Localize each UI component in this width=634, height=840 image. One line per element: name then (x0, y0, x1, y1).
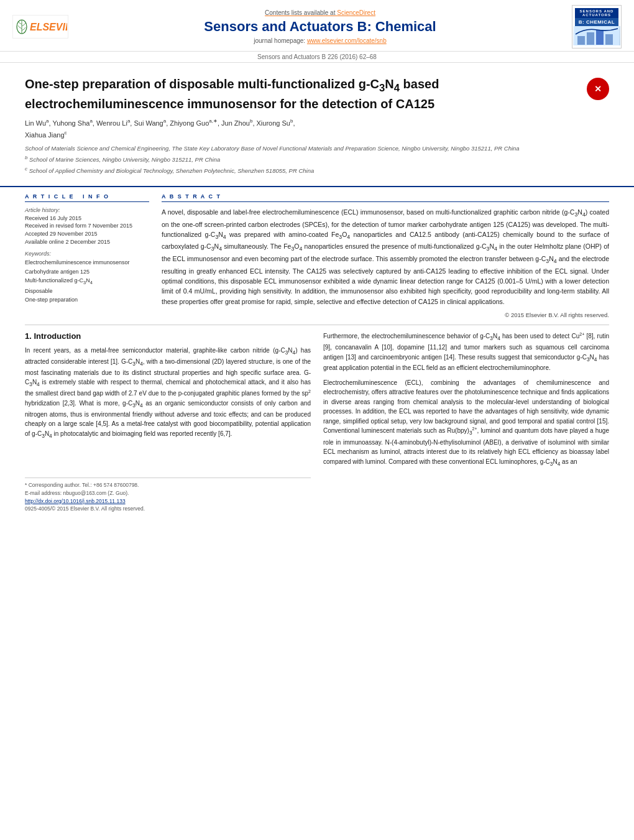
keyword-2: Carbohydrate antigen 125 (25, 267, 149, 276)
elsevier-logo: ELSEVIER (12, 15, 68, 39)
article-title-section: One-step preparation of disposable multi… (25, 75, 581, 144)
accepted-date: Accepted 29 November 2015 (25, 230, 149, 238)
svg-rect-4 (577, 36, 585, 45)
sciencedirect-text[interactable]: ScienceDirect (337, 9, 375, 16)
journal-homepage: journal homepage: www.elsevier.com/locat… (68, 37, 572, 44)
introduction-heading: 1. Introduction (25, 331, 311, 341)
received-date: Received 16 July 2015 (25, 215, 149, 223)
issn-text: 0925-4005/© 2015 Elsevier B.V. All right… (25, 505, 311, 512)
article-history-label: Article history: (25, 207, 149, 213)
corresponding-author: * Corresponding author. Tel.: +86 574 87… (25, 482, 311, 488)
article-info-abstract-section: A R T I C L E I N F O Article history: R… (0, 187, 634, 325)
crossmark-badge: ✕ (587, 78, 609, 100)
intro-paragraph-1: In recent years, as a metal-free semicon… (25, 346, 311, 440)
abstract-text: A novel, disposable and label-free elect… (162, 207, 609, 307)
svg-rect-7 (605, 34, 613, 45)
sciencedirect-prefix: Contents lists available at (265, 9, 337, 16)
introduction-left: 1. Introduction In recent years, as a me… (25, 331, 311, 512)
keyword-5: One-step preparation (25, 295, 149, 304)
affiliations: School of Materials Science and Chemical… (25, 144, 609, 176)
sensors-logo-image (574, 26, 619, 45)
journal-ref-text: Sensors and Actuators B 226 (2016) 62–68 (257, 53, 377, 60)
keywords-section: Keywords: Electrochemiluminescence immun… (25, 251, 149, 304)
sensors-logo-header: SENSORS ANDACTUATORS (575, 8, 618, 18)
copyright-text: © 2015 Elsevier B.V. All rights reserved… (162, 312, 609, 318)
article-title: One-step preparation of disposable multi… (25, 75, 581, 113)
journal-title-section: Contents lists available at ScienceDirec… (68, 9, 572, 44)
svg-rect-5 (587, 32, 594, 45)
intro-paragraph-2: Furthermore, the electrochemiluminescenc… (323, 331, 609, 373)
journal-title: Sensors and Actuators B: Chemical (68, 19, 572, 35)
journal-homepage-url[interactable]: www.elsevier.com/locate/snb (307, 37, 387, 44)
intro-paragraph-3: Electrochemiluminescence (ECL), combinin… (323, 378, 609, 468)
journal-reference: Sensors and Actuators B 226 (2016) 62–68 (0, 52, 634, 63)
article-authors: Lin Wua, Yuhong Shaa, Wenrou Lia, Sui Wa… (25, 118, 581, 141)
sciencedirect-link[interactable]: Contents lists available at ScienceDirec… (68, 9, 572, 16)
sensors-actuators-logo: SENSORS ANDACTUATORS B: CHEMICAL (572, 5, 622, 48)
affiliation-a: School of Materials Science and Chemical… (25, 144, 609, 153)
revised-date: Received in revised form 7 November 2015 (25, 222, 149, 230)
svg-text:ELSEVIER: ELSEVIER (30, 22, 67, 32)
elsevier-logo-svg: ELSEVIER (14, 17, 67, 37)
abstract-title: A B S T R A C T (162, 193, 609, 202)
abstract-panel: A B S T R A C T A novel, disposable and … (162, 193, 609, 318)
keywords-label: Keywords: (25, 251, 149, 257)
keyword-4: Disposable (25, 287, 149, 295)
introduction-right: Furthermore, the electrochemiluminescenc… (323, 331, 609, 512)
svg-rect-6 (596, 30, 604, 45)
article-history: Article history: Received 16 July 2015 R… (25, 207, 149, 246)
journal-header: ELSEVIER Contents lists available at Sci… (0, 0, 634, 52)
keyword-3: Multi-functionalized g-C3N4 (25, 276, 149, 287)
body-content: 1. Introduction In recent years, as a me… (0, 325, 634, 518)
affiliation-c: c School of Applied Chemistry and Biolog… (25, 165, 609, 175)
keyword-1: Electrochemiluminescence immunosensor (25, 258, 149, 267)
article-info-title: A R T I C L E I N F O (25, 193, 149, 202)
footnote-section: * Corresponding author. Tel.: +86 574 87… (25, 478, 311, 496)
affiliation-b: b School of Marine Sciences, Ningbo Univ… (25, 154, 609, 164)
doi-link[interactable]: http://dx.doi.org/10.1016/j.snb.2015.11.… (25, 498, 311, 504)
article-header: One-step preparation of disposable multi… (0, 63, 634, 187)
article-info-panel: A R T I C L E I N F O Article history: R… (25, 193, 149, 318)
journal-homepage-label: journal homepage: (254, 37, 305, 44)
author-email: E-mail address: nbuguo@163.com (Z. Guo). (25, 490, 311, 496)
available-date: Available online 2 December 2015 (25, 238, 149, 246)
